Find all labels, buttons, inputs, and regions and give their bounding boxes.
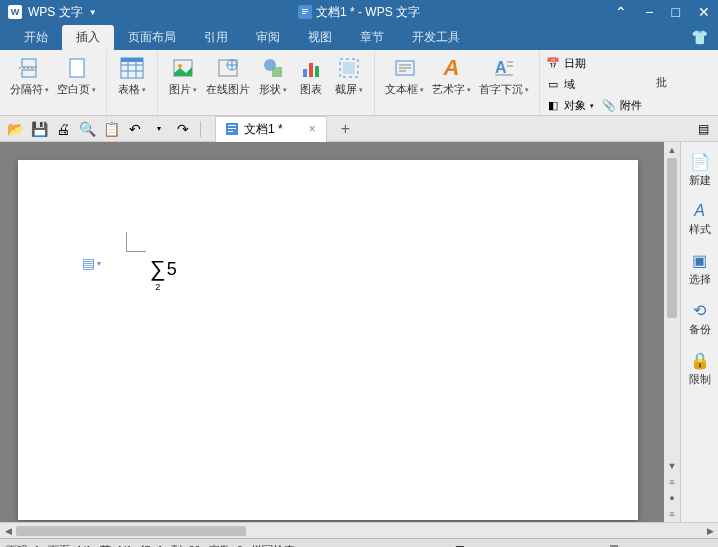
backup-icon: ⟲ (693, 301, 706, 320)
paste-icon[interactable]: 📋 (102, 120, 120, 138)
chevron-up-icon[interactable]: ⌃ (615, 4, 627, 20)
wordart-button[interactable]: A 艺术字▾ (428, 54, 475, 99)
redo-icon[interactable]: ↷ (174, 120, 192, 138)
next-page-icon[interactable]: ≡ (664, 506, 680, 522)
svg-rect-20 (303, 69, 307, 77)
sigma-symbol: ∑2 (150, 256, 166, 282)
scroll-left-icon[interactable]: ◀ (0, 526, 16, 536)
status-page-num[interactable]: 页码: 1 (6, 543, 40, 547)
statusbar: 页码: 1 页面: 1/1 节: 1/1 行: 1 列: 39 字数: 0 拼写… (0, 538, 718, 547)
task-pane: 📄新建 A样式 ▣选择 ⟲备份 🔒限制 (680, 142, 718, 522)
app-dropdown-icon[interactable]: ▼ (89, 8, 97, 17)
new-tab-icon[interactable]: + (341, 120, 350, 138)
chart-button[interactable]: 图表 (292, 54, 330, 99)
minimize-icon[interactable]: − (645, 4, 653, 20)
svg-rect-24 (343, 62, 355, 74)
vertical-scrollbar[interactable]: ▲ ▼ ≡ ● ≡ (664, 142, 680, 522)
save-icon[interactable]: 💾 (30, 120, 48, 138)
app-icon: W (8, 5, 22, 19)
close-icon[interactable]: ✕ (698, 4, 710, 20)
menu-insert[interactable]: 插入 (62, 25, 114, 50)
svg-rect-1 (302, 9, 308, 10)
tab-label: 文档1 * (244, 121, 283, 138)
svg-rect-19 (272, 67, 282, 77)
equation[interactable]: ∑25 (150, 256, 177, 282)
open-icon[interactable]: 📂 (6, 120, 24, 138)
tab-close-icon[interactable]: × (309, 122, 316, 136)
margin-mark (126, 232, 146, 252)
sidebar-new[interactable]: 📄新建 (689, 152, 711, 188)
menu-page-layout[interactable]: 页面布局 (114, 25, 190, 50)
status-line[interactable]: 行: 1 (140, 543, 163, 547)
document-page[interactable]: ▤ ▾ ∑25 (18, 160, 638, 520)
textbox-button[interactable]: 文本框▾ (381, 54, 428, 99)
tablist-dropdown-icon[interactable]: ▤ (694, 120, 712, 138)
svg-rect-34 (228, 125, 236, 126)
online-picture-button[interactable]: 在线图片 (202, 54, 254, 99)
print-icon[interactable]: 🖨 (54, 120, 72, 138)
table-icon (120, 56, 144, 80)
status-section[interactable]: 节: 1/1 (100, 543, 132, 547)
online-picture-icon (216, 56, 240, 80)
undo-icon[interactable]: ↶ (126, 120, 144, 138)
menu-start[interactable]: 开始 (10, 25, 62, 50)
status-spell-check[interactable]: 拼写检查 (251, 543, 295, 547)
object-button[interactable]: ◧对象▾ (546, 96, 594, 115)
maximize-icon[interactable]: □ (672, 4, 680, 20)
svg-rect-3 (302, 13, 306, 14)
hscroll-thumb[interactable] (16, 526, 246, 536)
workspace: ▤ ▾ ∑25 ▲ ▼ ≡ ● ≡ 📄新建 A样式 ▣选择 ⟲备份 🔒限制 (0, 142, 718, 522)
screenshot-button[interactable]: 截屏▾ (330, 54, 368, 99)
scroll-right-icon[interactable]: ▶ (702, 526, 718, 536)
page-indicator-icon[interactable]: ▤ ▾ (82, 255, 101, 271)
menu-section[interactable]: 章节 (346, 25, 398, 50)
sidebar-style[interactable]: A样式 (689, 202, 711, 237)
outline-view-icon[interactable]: ☰ (451, 542, 469, 548)
prev-page-icon[interactable]: ≡ (664, 474, 680, 490)
ribbon-overflow-button[interactable]: 批 (648, 50, 675, 115)
svg-rect-36 (228, 131, 233, 132)
menu-view[interactable]: 视图 (294, 25, 346, 50)
date-button[interactable]: 📅日期 (546, 54, 642, 73)
sidebar-backup[interactable]: ⟲备份 (689, 301, 711, 337)
zoom-out-icon[interactable]: − (542, 542, 560, 548)
status-col[interactable]: 列: 39 (171, 543, 200, 547)
page-break-icon (18, 56, 42, 80)
doc-tab-icon (226, 123, 238, 135)
sidebar-select[interactable]: ▣选择 (689, 251, 711, 287)
menu-review[interactable]: 审阅 (242, 25, 294, 50)
window-title: 文档1 * - WPS 文字 (298, 4, 420, 21)
scroll-thumb[interactable] (667, 158, 677, 318)
scroll-down-icon[interactable]: ▼ (664, 458, 680, 474)
sidebar-restrict[interactable]: 🔒限制 (689, 351, 711, 387)
blank-page-button[interactable]: 空白页▾ (53, 54, 100, 99)
drop-cap-button[interactable]: A 首字下沉▾ (475, 54, 533, 99)
print-layout-view-icon[interactable]: ▤ (425, 542, 443, 548)
browse-object-icon[interactable]: ● (664, 490, 680, 506)
page-break-button[interactable]: 分隔符▾ (6, 54, 53, 99)
skin-icon[interactable]: 👕 (691, 29, 708, 45)
undo-dropdown-icon[interactable]: ▾ (150, 120, 168, 138)
picture-button[interactable]: 图片▾ (164, 54, 202, 99)
document-tab[interactable]: 文档1 * × (215, 116, 327, 142)
textbox-icon (393, 56, 417, 80)
svg-rect-35 (228, 128, 236, 129)
status-page-info[interactable]: 页面: 1/1 (48, 543, 91, 547)
print-preview-icon[interactable]: 🔍 (78, 120, 96, 138)
attachment-button[interactable]: 📎附件 (602, 96, 642, 115)
table-button[interactable]: 表格▾ (113, 54, 151, 99)
menu-references[interactable]: 引用 (190, 25, 242, 50)
web-view-icon[interactable]: ▦ (477, 542, 495, 548)
fit-view-icon[interactable]: ⤢ (694, 542, 712, 548)
canvas-area[interactable]: ▤ ▾ ∑25 (0, 142, 664, 522)
svg-rect-2 (302, 11, 308, 12)
zoom-in-icon[interactable]: + (668, 542, 686, 548)
app-name: WPS 文字 (28, 4, 83, 21)
scroll-up-icon[interactable]: ▲ (664, 142, 680, 158)
status-word-count[interactable]: 字数: 0 (209, 543, 243, 547)
shapes-button[interactable]: 形状▾ (254, 54, 292, 99)
field-button[interactable]: ▭域 (546, 75, 642, 94)
horizontal-scrollbar[interactable]: ◀ ▶ (0, 522, 718, 538)
select-icon: ▣ (692, 251, 707, 270)
menu-dev-tools[interactable]: 开发工具 (398, 25, 474, 50)
